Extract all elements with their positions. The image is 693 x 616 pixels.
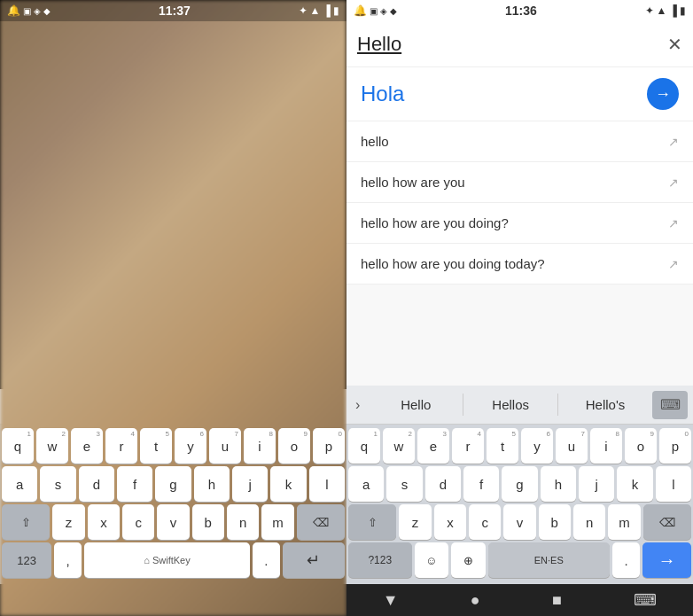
suggestion-item-0[interactable]: hello ↗ (346, 121, 693, 162)
key-numbers[interactable]: 123 (2, 542, 51, 578)
right-key-send[interactable]: → (642, 542, 691, 578)
key-e[interactable]: e3 (71, 428, 103, 464)
right-key-s[interactable]: s (386, 466, 422, 502)
right-keyboard: › Hello Hellos Hello's ⌨ q1 w2 e3 r4 t5 … (346, 386, 693, 584)
key-enter[interactable]: ↵ (283, 542, 345, 578)
right-key-c[interactable]: c (469, 504, 501, 540)
key-b[interactable]: b (192, 504, 224, 540)
key-space[interactable]: ⌂ SwiftKey (84, 542, 250, 578)
key-w[interactable]: w2 (36, 428, 68, 464)
right-key-period[interactable]: . (612, 542, 640, 578)
suggestion-item-3[interactable]: hello how are you doing today? ↗ (346, 244, 693, 285)
key-x[interactable]: x (88, 504, 120, 540)
key-h[interactable]: h (194, 466, 230, 502)
key-z[interactable]: z (52, 504, 84, 540)
right-status-bar: 🔔 ▣ ◈ ◆ 11:36 ✦ ▲ ▐ ▮ (346, 0, 693, 21)
key-l[interactable]: l (309, 466, 345, 502)
right-key-i[interactable]: i8 (590, 428, 622, 464)
key-t[interactable]: t5 (140, 428, 172, 464)
suggestion-item-1[interactable]: hello how are you ↗ (346, 162, 693, 203)
left-status-bar: 🔔 ▣ ◈ ◆ 11:37 ✦ ▲ ▐ ▮ (0, 0, 346, 21)
right-panel: 🔔 ▣ ◈ ◆ 11:36 ✦ ▲ ▐ ▮ ✕ Hola → hello ↗ h… (346, 0, 693, 616)
keyboard-toggle-icon[interactable]: ⌨ (652, 391, 688, 419)
right-key-emoji[interactable]: ☺ (415, 542, 449, 578)
right-key-b[interactable]: b (539, 504, 571, 540)
right-autocomplete-word-1[interactable]: Hello (369, 394, 463, 416)
key-j[interactable]: j (232, 466, 268, 502)
right-autocomplete-word-3[interactable]: Hello's (558, 394, 652, 416)
key-d[interactable]: d (79, 466, 114, 502)
right-back-nav-icon[interactable]: ▼ (383, 591, 399, 610)
right-key-d[interactable]: d (425, 466, 461, 502)
key-g[interactable]: g (155, 466, 191, 502)
right-key-a[interactable]: a (348, 466, 384, 502)
right-img-icon: ▣ (370, 6, 378, 16)
key-k[interactable]: k (270, 466, 306, 502)
key-s[interactable]: s (40, 466, 75, 502)
right-key-m[interactable]: m (608, 504, 640, 540)
right-recents-nav-icon[interactable]: ■ (552, 591, 562, 610)
right-key-k[interactable]: k (617, 466, 652, 502)
suggestion-arrow-1: ↗ (668, 175, 679, 190)
suggestion-arrow-2: ↗ (668, 216, 679, 230)
right-key-v[interactable]: v (503, 504, 535, 540)
right-home-nav-icon[interactable]: ● (471, 591, 480, 610)
right-search-input[interactable] (357, 33, 660, 56)
right-key-f[interactable]: f (463, 466, 499, 502)
key-q[interactable]: q1 (2, 428, 34, 464)
right-key-globe[interactable]: ⊕ (451, 542, 486, 578)
key-o[interactable]: o9 (278, 428, 310, 464)
right-key-shift[interactable]: ⇧ (348, 504, 396, 540)
battery-icon: ▮ (333, 4, 339, 17)
right-map-icon: ◆ (390, 6, 397, 16)
right-key-h[interactable]: h (541, 466, 576, 502)
key-p[interactable]: p0 (313, 428, 345, 464)
right-key-y[interactable]: y6 (521, 428, 553, 464)
right-key-z[interactable]: z (399, 504, 431, 540)
right-chevron-icon[interactable]: › (346, 397, 369, 413)
right-key-numbers[interactable]: ?123 (348, 542, 412, 578)
suggestion-text-2: hello how are you doing? (361, 215, 668, 230)
key-n[interactable]: n (227, 504, 259, 540)
right-key-j[interactable]: j (579, 466, 614, 502)
right-key-t[interactable]: t5 (487, 428, 518, 464)
right-key-u[interactable]: u7 (556, 428, 588, 464)
right-key-n[interactable]: n (573, 504, 605, 540)
suggestion-text-0: hello (361, 134, 668, 149)
key-a[interactable]: a (2, 466, 37, 502)
right-notification-icon: 🔔 (354, 4, 367, 17)
right-key-g[interactable]: g (502, 466, 537, 502)
key-u[interactable]: u7 (209, 428, 241, 464)
key-r[interactable]: r4 (105, 428, 137, 464)
key-comma[interactable]: , (54, 542, 82, 578)
right-keyboard-nav-icon[interactable]: ⌨ (634, 590, 657, 610)
right-key-q[interactable]: q1 (348, 428, 380, 464)
key-v[interactable]: v (157, 504, 189, 540)
suggestion-text-1: hello how are you (361, 175, 668, 190)
right-close-button[interactable]: ✕ (667, 34, 682, 55)
key-shift[interactable]: ⇧ (2, 504, 50, 540)
right-key-x[interactable]: x (434, 504, 466, 540)
right-key-r[interactable]: r4 (452, 428, 484, 464)
suggestion-item-2[interactable]: hello how are you doing? ↗ (346, 203, 693, 244)
key-period[interactable]: . (253, 542, 280, 578)
right-autocomplete-word-2[interactable]: Hellos (463, 394, 558, 416)
right-key-p[interactable]: p0 (659, 428, 691, 464)
left-app-icons: 🔔 ▣ ◈ ◆ (7, 4, 51, 17)
translation-result-button[interactable]: → (647, 78, 679, 110)
right-kb-row-3: ⇧ z x c v b n m ⌫ (348, 504, 691, 540)
key-y[interactable]: y6 (175, 428, 206, 464)
right-kb-row-2: a s d f g h j k l (348, 466, 691, 502)
suggestions-list: hello ↗ hello how are you ↗ hello how ar… (346, 121, 693, 386)
right-key-w[interactable]: w2 (383, 428, 415, 464)
key-f[interactable]: f (117, 466, 152, 502)
key-c[interactable]: c (122, 504, 154, 540)
key-i[interactable]: i8 (244, 428, 276, 464)
right-key-space[interactable]: EN·ES (488, 542, 611, 578)
right-key-e[interactable]: e3 (417, 428, 449, 464)
right-key-o[interactable]: o9 (625, 428, 657, 464)
key-m[interactable]: m (261, 504, 293, 540)
right-key-l[interactable]: l (656, 466, 691, 502)
right-key-backspace[interactable]: ⌫ (643, 504, 691, 540)
key-backspace[interactable]: ⌫ (297, 504, 345, 540)
